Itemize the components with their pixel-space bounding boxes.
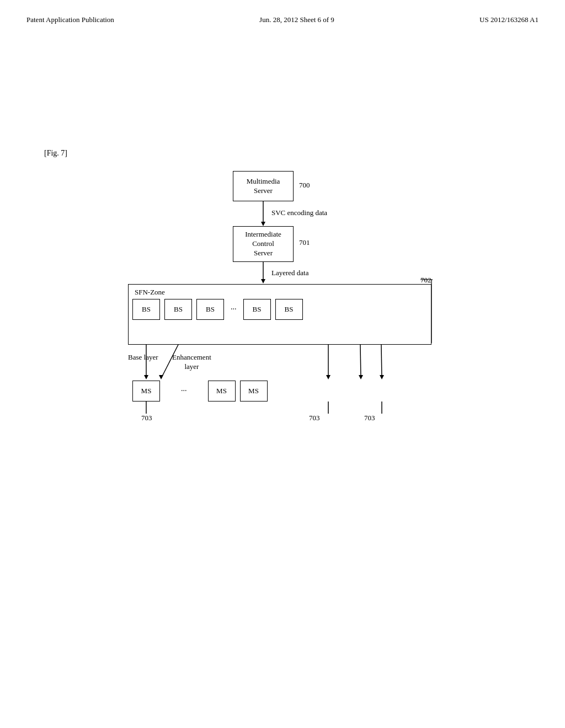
svg-marker-9	[159, 375, 163, 379]
svg-marker-11	[326, 375, 331, 379]
page-header: Patent Application Publication Jun. 28, …	[0, 0, 565, 24]
ms-box-3: MS	[240, 381, 268, 402]
label-703-left: 703	[141, 414, 152, 422]
ms-dots: ···	[181, 387, 187, 395]
label-700: 700	[299, 181, 310, 190]
label-702: 702	[420, 276, 431, 285]
base-layer-label: Base layer	[128, 353, 158, 362]
bs-dots: ···	[231, 305, 237, 314]
bs-box-5: BS	[275, 299, 303, 320]
label-701: 701	[299, 238, 310, 247]
ms-box-2: MS	[208, 381, 236, 402]
bs-box-1: BS	[132, 299, 160, 320]
ms-label-1: MS	[141, 387, 152, 395]
bs-label-5: BS	[285, 305, 294, 314]
ics-box: IntermediateControlServer	[233, 226, 294, 262]
multimedia-server-label: MultimediaServer	[247, 177, 280, 196]
bs-label-4: BS	[253, 305, 262, 314]
header-center: Jun. 28, 2012 Sheet 6 of 9	[259, 15, 334, 24]
ics-label: IntermediateControlServer	[245, 230, 281, 258]
bs-box-2: BS	[164, 299, 192, 320]
label-703-right: 703	[364, 414, 375, 422]
header-right: US 2012/163268 A1	[479, 15, 539, 24]
bs-label-1: BS	[142, 305, 151, 314]
sfn-zone-label: SFN-Zone	[135, 288, 165, 297]
layered-data-label: Layered data	[271, 269, 308, 277]
ms-row: MS ··· MS MS	[132, 381, 268, 402]
bs-label-2: BS	[174, 305, 183, 314]
ms-label-3: MS	[248, 387, 259, 395]
svg-marker-3	[261, 279, 265, 283]
ms-box-1: MS	[132, 381, 160, 402]
label-703-mid: 703	[309, 414, 320, 422]
multimedia-server-box: MultimediaServer	[233, 171, 294, 201]
svg-line-12	[360, 345, 361, 378]
bs-box-3: BS	[196, 299, 224, 320]
ms-label-2: MS	[216, 387, 227, 395]
svg-marker-13	[359, 375, 363, 379]
svg-marker-15	[380, 375, 384, 379]
bs-box-4: BS	[243, 299, 271, 320]
bs-label-3: BS	[206, 305, 215, 314]
svg-line-14	[381, 345, 382, 378]
header-left: Patent Application Publication	[26, 15, 114, 24]
svc-encoding-label: SVC encoding data	[271, 208, 327, 217]
svg-marker-7	[144, 375, 148, 379]
enh-layer-text: Enhancementlayer	[172, 353, 211, 371]
enhancement-layer-label: Enhancementlayer	[172, 353, 211, 372]
bs-row: BS BS BS ··· BS BS	[132, 299, 303, 320]
svg-marker-1	[261, 222, 265, 226]
fig-label: [Fig. 7]	[44, 149, 67, 158]
